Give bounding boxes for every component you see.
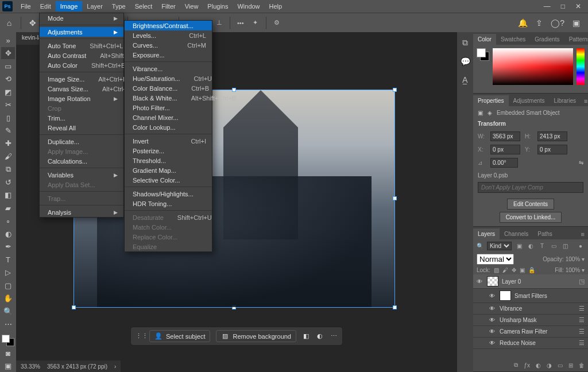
menu-item-variables[interactable]: Variables▶ xyxy=(40,170,123,180)
object-selection-tool[interactable]: ◩ xyxy=(1,86,15,98)
brush-tool[interactable]: 🖌 xyxy=(1,150,15,162)
menu-item-image-size[interactable]: Image Size...Alt+Ctrl+I xyxy=(40,74,123,84)
remove-background-button[interactable]: ▨Remove background xyxy=(216,330,296,342)
tab-patterns[interactable]: Patterns xyxy=(564,34,588,45)
menu-window[interactable]: Window xyxy=(233,1,264,11)
drag-handle-icon[interactable]: ⋮⋮ xyxy=(136,332,144,340)
menu-item-threshold[interactable]: Threshold... xyxy=(125,156,212,165)
settings-gear-icon[interactable]: ⚙ xyxy=(272,18,281,28)
lock-artboard-icon[interactable]: ▣ xyxy=(520,267,525,273)
new-group-icon[interactable]: ▭ xyxy=(558,362,563,369)
menu-type[interactable]: Type xyxy=(107,1,130,11)
select-subject-button[interactable]: 👤Select subject xyxy=(149,330,210,342)
menu-item-analysis[interactable]: Analysis▶ xyxy=(40,207,123,217)
angle-input[interactable] xyxy=(490,158,518,168)
filter-kind-dropdown[interactable]: Kind xyxy=(487,242,512,250)
type-tool[interactable]: T xyxy=(1,254,15,265)
window-maximize-icon[interactable]: □ xyxy=(561,2,565,10)
lasso-tool[interactable]: ⟲ xyxy=(1,73,15,84)
transform-handle[interactable] xyxy=(232,305,236,309)
tab-properties[interactable]: Properties xyxy=(473,95,509,106)
tab-paths[interactable]: Paths xyxy=(533,228,557,239)
home-icon[interactable]: ⌂ xyxy=(3,18,15,28)
pen-tool[interactable]: ✒ xyxy=(1,241,15,253)
panel-menu-icon[interactable]: ≡ xyxy=(578,229,588,239)
notifications-bell-icon[interactable]: 🔔 xyxy=(518,18,528,28)
lock-pixels-icon[interactable]: 🖌 xyxy=(502,267,508,273)
more-icon[interactable]: ⋯ xyxy=(330,332,338,340)
lock-all-icon[interactable]: 🔒 xyxy=(528,267,535,273)
edit-contents-button[interactable]: Edit Contents xyxy=(507,199,554,210)
window-minimize-icon[interactable]: — xyxy=(544,2,551,10)
tab-color[interactable]: Color xyxy=(473,34,496,45)
zoom-level[interactable]: 33.33% xyxy=(21,363,40,370)
filter-smart-icon[interactable]: ◫ xyxy=(561,243,569,249)
smart-filters-row[interactable]: 👁 Smart Filters xyxy=(473,289,588,303)
menu-item-invert[interactable]: InvertCtrl+I xyxy=(125,136,212,146)
convert-to-linked-button[interactable]: Convert to Linked... xyxy=(500,212,562,223)
menu-file[interactable]: File xyxy=(16,1,36,11)
flip-horizontal-icon[interactable]: ⇋ xyxy=(579,160,583,166)
filter-type-icon[interactable]: T xyxy=(538,243,546,249)
filter-toggle-icon[interactable]: ● xyxy=(577,243,585,249)
opacity-value[interactable]: 100% xyxy=(566,256,581,262)
layer-row[interactable]: 👁 Layer 0 ◳ xyxy=(473,274,588,289)
zoom-tool[interactable]: 🔍 xyxy=(1,305,15,317)
visibility-eye-icon[interactable]: 👁 xyxy=(489,328,496,335)
foreground-background-swatch[interactable] xyxy=(2,335,14,346)
menu-plugins[interactable]: Plugins xyxy=(203,1,233,11)
smart-filter-row[interactable]: 👁Camera Raw Filter☰ xyxy=(473,326,588,338)
healing-brush-tool[interactable]: ✚ xyxy=(1,138,15,149)
3d-mode-icon[interactable]: ✦ xyxy=(251,18,260,28)
menu-image[interactable]: Image xyxy=(56,1,83,11)
new-adjustment-icon[interactable]: ◑ xyxy=(547,362,552,369)
properties-icon[interactable]: ◧ xyxy=(302,332,310,340)
filter-options-icon[interactable]: ☰ xyxy=(579,339,585,347)
quick-mask-icon[interactable]: ◙ xyxy=(1,347,15,359)
more-options-icon[interactable]: ••• xyxy=(236,18,245,28)
menu-item-gradient-map[interactable]: Gradient Map... xyxy=(125,165,212,175)
comments-panel-icon[interactable]: 💬 xyxy=(461,57,470,66)
menu-item-canvas-size[interactable]: Canvas Size...Alt+Ctrl+C xyxy=(40,84,123,94)
menu-item-color-lookup[interactable]: Color Lookup... xyxy=(125,122,212,132)
menu-item-posterize[interactable]: Posterize... xyxy=(125,146,212,156)
blend-mode-dropdown[interactable]: Normal xyxy=(477,254,514,265)
move-tool-icon[interactable]: ✥ xyxy=(27,18,38,28)
tab-adjustments[interactable]: Adjustments xyxy=(509,95,550,106)
filter-options-icon[interactable]: ☰ xyxy=(579,316,585,324)
menu-item-black-white[interactable]: Black & White...Alt+Shift+Ctrl+B xyxy=(125,93,212,103)
dodge-tool[interactable]: ◐ xyxy=(1,228,15,239)
blur-tool[interactable]: ∘ xyxy=(1,215,15,227)
menu-view[interactable]: View xyxy=(180,1,203,11)
transform-handle[interactable] xyxy=(393,305,397,309)
history-brush-tool[interactable]: ↺ xyxy=(1,176,15,188)
tab-gradients[interactable]: Gradients xyxy=(530,34,564,45)
fill-value[interactable]: 100% xyxy=(566,267,581,273)
visibility-eye-icon[interactable]: 👁 xyxy=(489,293,496,299)
transform-handle[interactable] xyxy=(393,196,397,200)
transform-handle[interactable] xyxy=(232,88,236,92)
hue-slider[interactable] xyxy=(577,48,585,85)
eyedropper-tool[interactable]: ✎ xyxy=(1,125,15,136)
menu-item-channel-mixer[interactable]: Channel Mixer... xyxy=(125,113,212,122)
crop-tool[interactable]: ✂ xyxy=(1,99,15,110)
menu-item-auto-color[interactable]: Auto ColorShift+Ctrl+B xyxy=(40,60,123,70)
filter-options-icon[interactable]: ☰ xyxy=(579,328,585,335)
delete-layer-icon[interactable]: 🗑 xyxy=(579,362,585,369)
adjustments-icon[interactable]: ◐ xyxy=(316,332,324,340)
menu-item-selective-color[interactable]: Selective Color... xyxy=(125,175,212,185)
visibility-eye-icon[interactable]: 👁 xyxy=(489,317,496,323)
visibility-eye-icon[interactable]: 👁 xyxy=(489,305,496,312)
x-input[interactable] xyxy=(490,145,520,154)
menu-item-levels[interactable]: Levels...Ctrl+L xyxy=(125,30,212,40)
smart-filter-row[interactable]: 👁Reduce Noise☰ xyxy=(473,338,588,349)
menu-item-auto-tone[interactable]: Auto ToneShift+Ctrl+L xyxy=(40,41,123,51)
menu-layer[interactable]: Layer xyxy=(82,1,107,11)
hand-tool[interactable]: ✋ xyxy=(1,292,15,304)
filter-shape-icon[interactable]: ▭ xyxy=(550,243,558,249)
menu-help[interactable]: Help xyxy=(265,1,287,11)
width-input[interactable] xyxy=(490,131,520,141)
menu-item-mode[interactable]: Mode▶ xyxy=(40,13,123,23)
layer-name[interactable]: Layer 0 xyxy=(502,278,521,285)
menu-item-auto-contrast[interactable]: Auto ContrastAlt+Shift+Ctrl+L xyxy=(40,51,123,60)
